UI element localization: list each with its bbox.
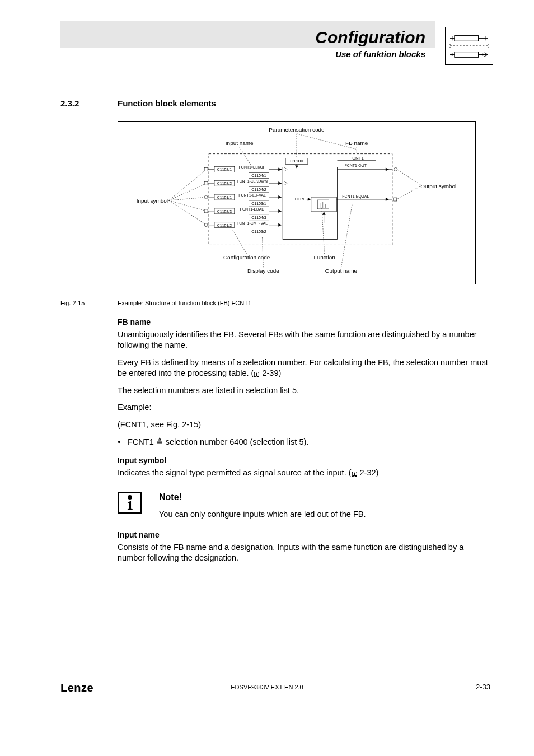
svg-line-18 <box>397 169 422 185</box>
para-example-ref: (FCNT1, see Fig. 2-15) <box>118 419 493 430</box>
svg-text:C1104/1: C1104/1 <box>251 174 266 178</box>
svg-text:C1103/1: C1103/1 <box>251 202 266 206</box>
book-icon <box>254 368 260 377</box>
page-title: Configuration <box>60 28 425 47</box>
svg-rect-31 <box>283 167 337 239</box>
svg-marker-47 <box>278 167 282 171</box>
svg-rect-34 <box>318 200 329 209</box>
note-text: You can only configure inputs which are … <box>159 509 493 520</box>
svg-line-20 <box>233 230 247 254</box>
svg-rect-32 <box>311 197 337 212</box>
footer-docid: EDSVF9383V-EXT EN 2.0 <box>0 684 534 690</box>
svg-rect-92 <box>394 198 397 201</box>
svg-point-88 <box>394 167 397 171</box>
svg-line-19 <box>397 185 422 199</box>
svg-text:C1103/2: C1103/2 <box>251 230 266 234</box>
para-input-symbol: Indicates the signal type permitted as s… <box>118 468 493 478</box>
svg-text:C1100: C1100 <box>290 158 303 164</box>
svg-line-13 <box>169 169 207 200</box>
svg-rect-5 <box>455 52 479 58</box>
header-diagram-icon <box>445 27 493 65</box>
para-example-h: Example: <box>118 402 493 413</box>
svg-rect-68 <box>204 209 208 213</box>
heading-input-symbol: Input symbol <box>118 455 493 465</box>
svg-rect-1 <box>455 36 479 41</box>
figure-caption: Example: Structure of function block (FB… <box>118 300 251 306</box>
svg-marker-40 <box>322 212 326 215</box>
svg-text:C1101/2: C1101/2 <box>217 223 232 227</box>
svg-text:FCNT1-CLKDWN: FCNT1-CLKDWN <box>237 179 268 183</box>
fig-label-param: Parameterisation code <box>269 127 325 133</box>
footer-page: 2-33 <box>476 683 490 691</box>
svg-line-16 <box>169 200 207 211</box>
svg-rect-41 <box>204 167 208 171</box>
book-icon <box>352 468 358 477</box>
svg-text:FCNT1-LOAD: FCNT1-LOAD <box>240 207 265 211</box>
svg-text:FCNT1-CLKUP: FCNT1-CLKUP <box>239 165 266 169</box>
fig-label-inputname: Input name <box>226 140 254 146</box>
svg-text:C1104/3: C1104/3 <box>251 216 266 220</box>
note-title: Note! <box>159 492 493 503</box>
para-input-name: Consists of the FB name and a designatio… <box>118 542 493 563</box>
svg-marker-93 <box>386 198 389 201</box>
svg-marker-28 <box>295 165 298 168</box>
figure-caption-label: Fig. 2-15 <box>60 300 85 306</box>
svg-text:FCNT1-LD-VAL: FCNT1-LD-VAL <box>238 193 266 197</box>
svg-marker-83 <box>278 223 282 227</box>
fig-label-outputsym: Output symbol <box>420 183 456 189</box>
note-block: 1 Note! You can only configure inputs wh… <box>118 492 493 520</box>
svg-line-11 <box>240 147 252 167</box>
fig-label-outname: Output name <box>325 268 358 274</box>
fig-label-inputsym: Input symbol <box>137 198 168 204</box>
svg-text:C1101/1: C1101/1 <box>217 195 232 199</box>
svg-text:FCNT1: FCNT1 <box>349 156 364 161</box>
svg-text:C1102/3: C1102/3 <box>217 209 232 213</box>
svg-marker-65 <box>278 195 282 199</box>
svg-point-6 <box>451 54 453 56</box>
section-number: 2.3.2 <box>60 99 79 108</box>
info-icon: 1 <box>118 492 142 514</box>
svg-text:FCNT1-EQUAL: FCNT1-EQUAL <box>342 194 369 199</box>
svg-text:CTRL: CTRL <box>295 197 305 201</box>
page-subtitle: Use of funktion blocks <box>60 49 425 59</box>
svg-marker-56 <box>278 181 282 185</box>
svg-point-77 <box>204 223 208 227</box>
svg-marker-38 <box>308 198 311 201</box>
figure-diagram: Parameterisation code Input name FB name… <box>118 121 476 284</box>
heading-input-name: Input name <box>118 530 493 540</box>
section-title: Function block elements <box>118 99 216 108</box>
svg-point-8 <box>481 54 484 56</box>
para-fb-name-1: Unambiguously identifies the FB. Several… <box>118 329 493 351</box>
svg-line-15 <box>169 197 207 200</box>
fig-label-func: Function <box>314 254 335 260</box>
svg-line-23 <box>341 204 352 267</box>
svg-line-22 <box>262 237 263 268</box>
fig-label-disp: Display code <box>247 268 279 274</box>
para-fb-name-2: Every FB is defined by means of a select… <box>118 357 493 379</box>
svg-line-17 <box>169 200 207 225</box>
fig-label-fbname: FB name <box>345 140 368 146</box>
equals-def-icon <box>156 437 163 446</box>
svg-text:FCNT1-OUT: FCNT1-OUT <box>345 164 367 167</box>
svg-rect-50 <box>204 181 208 185</box>
svg-text:C1102/1: C1102/1 <box>217 167 232 171</box>
svg-marker-89 <box>386 167 389 171</box>
svg-line-14 <box>169 183 207 200</box>
bullet-example: FCNT1 selection number 6400 (selection l… <box>118 437 493 447</box>
heading-fb-name: FB name <box>118 317 493 327</box>
svg-marker-74 <box>278 209 282 213</box>
svg-text:C1102/2: C1102/2 <box>217 181 232 185</box>
svg-text:FCNT1-CMP-VAL: FCNT1-CMP-VAL <box>237 221 268 225</box>
svg-text:C1104/2: C1104/2 <box>251 188 266 192</box>
para-fb-name-3: The selection numbers are listed in sele… <box>118 385 493 396</box>
svg-point-59 <box>204 195 208 199</box>
